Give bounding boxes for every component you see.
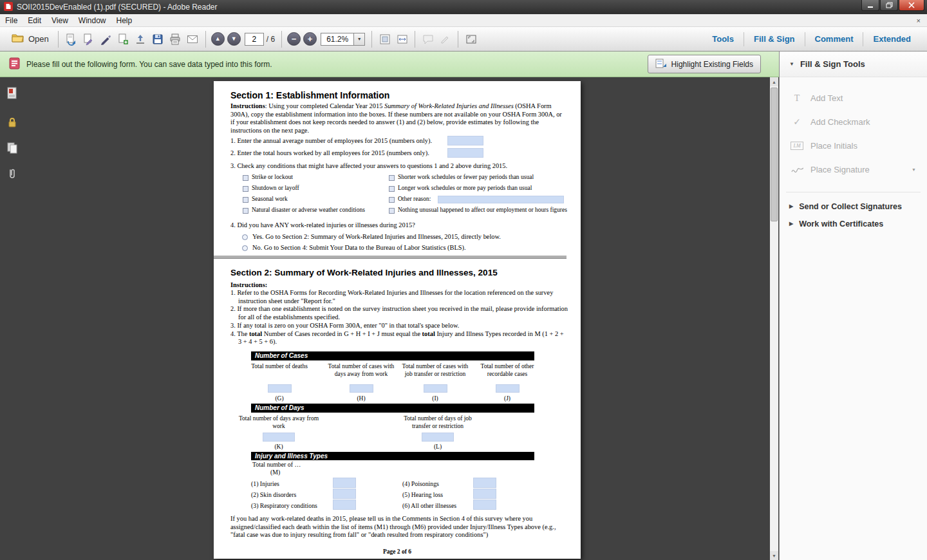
checkbox-label-other-reason: Other reason: (398, 196, 431, 203)
number-of-cases-header: Number of Cases (251, 351, 534, 360)
types-m-label: (M) (270, 469, 280, 476)
type-poisonings-label: (4) Poisonings (402, 480, 439, 487)
menu-bar: File Edit View Window Help × (0, 14, 927, 27)
zoom-out-button[interactable]: − (287, 32, 301, 46)
field-M5-hearing-loss[interactable] (473, 489, 496, 499)
toolbar-separator (205, 31, 206, 48)
save-icon[interactable] (149, 30, 167, 48)
place-initials-tool[interactable]: LM Place Initials (780, 134, 927, 158)
close-button[interactable] (899, 0, 924, 11)
field-annual-average-employees[interactable] (447, 136, 483, 145)
actual-size-icon[interactable] (376, 30, 393, 48)
restore-button[interactable] (880, 0, 898, 11)
deaths-comments-note: If you had any work-related deaths in 20… (230, 515, 566, 539)
fill-sign-doc-icon[interactable] (80, 30, 97, 48)
menu-edit[interactable]: Edit (23, 15, 46, 26)
form-notification-icon (9, 57, 20, 71)
attachments-paperclip-icon[interactable] (5, 166, 20, 182)
field-other-reason[interactable] (438, 196, 564, 203)
field-M1-injuries[interactable] (333, 478, 356, 488)
checkbox-nothing-unusual[interactable] (389, 208, 395, 214)
plus-icon: + (308, 35, 313, 43)
send-collect-signatures-section[interactable]: ▶ Send or Collect Signatures (780, 198, 927, 215)
letter-K: (K) (237, 443, 321, 450)
page-number-input[interactable] (245, 33, 264, 46)
tab-extended[interactable]: Extended (863, 34, 921, 44)
fit-width-icon[interactable] (393, 30, 411, 48)
minimize-button[interactable] (861, 0, 879, 11)
work-with-certificates-section[interactable]: ▶ Work with Certificates (780, 215, 927, 232)
checkbox-natural-disaster[interactable] (243, 208, 248, 214)
field-M4-poisonings[interactable] (473, 478, 496, 488)
next-page-button[interactable]: ▼ (227, 32, 241, 46)
tab-fill-sign[interactable]: Fill & Sign (744, 34, 805, 44)
email-icon[interactable] (184, 30, 201, 48)
share-upload-icon[interactable] (132, 30, 149, 48)
tab-comment[interactable]: Comment (805, 34, 863, 44)
fill-sign-panel-header[interactable]: ▼ Fill & Sign Tools (780, 51, 927, 77)
checkbox-strike-or-lockout[interactable] (243, 175, 248, 181)
fullscreen-icon[interactable] (462, 30, 480, 48)
open-button[interactable]: Open (6, 31, 54, 47)
field-J[interactable] (496, 384, 520, 393)
previous-page-button[interactable]: ▲ (211, 32, 225, 46)
zoom-in-button[interactable]: + (303, 32, 317, 46)
field-K[interactable] (263, 433, 295, 442)
pages-panel-icon[interactable] (5, 140, 20, 156)
scrollbar-thumb[interactable] (771, 88, 778, 221)
add-checkmark-tool[interactable]: ✓ Add Checkmark (780, 110, 927, 134)
zoom-level-select[interactable]: 61.2% ▼ (321, 33, 365, 46)
col-header-days-away-total: Total number of days away from work (237, 415, 321, 430)
radio-no[interactable] (242, 245, 248, 251)
form-notification-bar: Please fill out the following form. You … (0, 51, 779, 77)
add-text-tool[interactable]: T Add Text (780, 86, 927, 110)
menu-file[interactable]: File (0, 15, 23, 26)
comment-bubble-icon[interactable] (419, 30, 436, 48)
checkbox-shutdown-or-layoff[interactable] (243, 186, 248, 192)
add-text-icon: T (791, 93, 803, 104)
field-M3-respiratory[interactable] (333, 499, 356, 510)
tab-tools[interactable]: Tools (702, 34, 744, 44)
zoom-value: 61.2% (321, 33, 353, 45)
field-G[interactable] (268, 384, 292, 393)
toolbar-separator (458, 31, 458, 48)
create-pdf-icon[interactable] (115, 30, 132, 48)
checkbox-label-shutdown: Shutdown or layoff (252, 185, 299, 192)
signature-dropdown-icon[interactable]: ▼ (912, 167, 916, 172)
field-I[interactable] (424, 384, 447, 393)
checkbox-longer-schedules[interactable] (389, 186, 395, 192)
checkbox-seasonal-work[interactable] (243, 197, 248, 203)
security-lock-icon[interactable] (5, 115, 20, 130)
add-text-label: Add Text (810, 93, 843, 103)
add-checkmark-label: Add Checkmark (810, 117, 870, 127)
menu-window[interactable]: Window (73, 15, 111, 26)
document-page: Section 1: Establishment Information Ins… (214, 81, 581, 559)
menu-help[interactable]: Help (111, 15, 138, 26)
sign-pen-icon[interactable] (97, 30, 115, 48)
col-header-other-recordable: Total number of other recordable cases (472, 363, 543, 378)
radio-yes[interactable] (242, 234, 248, 240)
checkbox-other-reason[interactable] (389, 197, 395, 203)
window-title: SOII2015DevEnabled (1).pdf (SECURED) - A… (17, 3, 218, 12)
highlight-fields-icon (655, 59, 667, 70)
work-with-certificates-label: Work with Certificates (799, 219, 883, 229)
print-icon[interactable] (167, 30, 184, 48)
menu-view[interactable]: View (46, 15, 73, 26)
vertical-scrollbar[interactable]: ▲ ▼ (770, 77, 778, 560)
field-total-hours-worked[interactable] (447, 148, 483, 158)
highlight-text-icon[interactable] (436, 30, 454, 48)
menubar-close-icon[interactable]: × (917, 17, 921, 24)
scroll-up-button[interactable]: ▲ (770, 77, 778, 86)
checkbox-shorter-schedules[interactable] (389, 175, 395, 181)
place-signature-tool[interactable]: Place Signature ▼ (780, 158, 927, 182)
highlight-existing-fields-button[interactable]: Highlight Existing Fields (648, 55, 761, 73)
question-1-label: 1. Enter the annual average number of em… (230, 137, 432, 145)
scroll-down-button[interactable]: ▼ (770, 551, 778, 560)
field-L[interactable] (422, 433, 454, 442)
field-M6-other-illnesses[interactable] (473, 499, 496, 510)
field-H[interactable] (350, 384, 373, 393)
page-thumbnails-icon[interactable] (5, 86, 20, 101)
convert-pdf-icon[interactable] (62, 30, 80, 48)
zoom-dropdown-icon[interactable]: ▼ (353, 33, 364, 45)
field-M2-skin-disorders[interactable] (333, 489, 356, 499)
